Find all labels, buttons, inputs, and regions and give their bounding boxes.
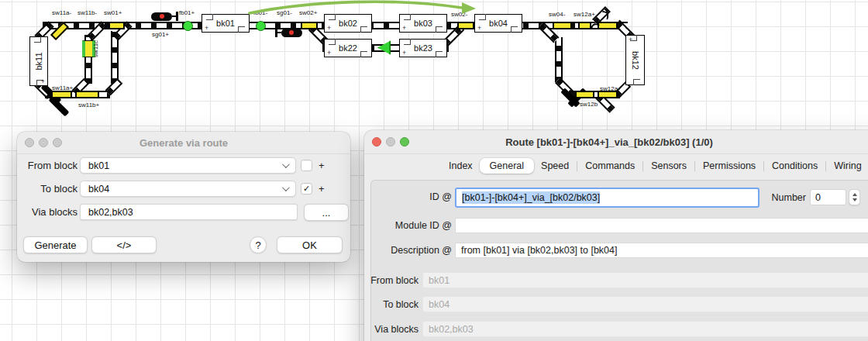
block-corner-notch [436, 51, 443, 57]
direction-arrow-left-icon [377, 40, 391, 55]
block-corner-notch [360, 51, 367, 57]
block-bk03[interactable]: bk03+ [399, 14, 447, 33]
description-value: from [bk01] via [bk02,bk03] to [bk04] [461, 245, 618, 256]
block-corner-notch [436, 26, 443, 33]
block-corner-notch [36, 80, 43, 86]
track-label-sg01+: sg01+ [152, 31, 169, 38]
help-button[interactable]: ? [250, 236, 267, 253]
from-block-label: From block [364, 275, 418, 286]
block-corner-notch [479, 14, 486, 20]
to-block-label: To block [17, 183, 78, 195]
block-bk12[interactable]: bk12+ [625, 35, 645, 85]
code-button[interactable]: </> [91, 236, 157, 253]
tab-index[interactable]: Index [442, 158, 480, 174]
to-block-label: To block [364, 299, 418, 310]
close-button[interactable] [25, 138, 34, 147]
from-block-combo[interactable]: bk01 [80, 157, 296, 174]
signal-body [281, 29, 302, 37]
from-block-plus-checkbox[interactable] [301, 160, 312, 171]
tab-general[interactable]: General [480, 158, 534, 174]
switch-track-segment[interactable] [598, 22, 618, 29]
minimize-button[interactable] [386, 137, 395, 146]
generate-dialog-titlebar[interactable]: Generate via route [17, 132, 350, 154]
number-input[interactable]: 0 [810, 189, 846, 205]
sensor-fb01-[interactable] [256, 21, 266, 31]
generate-via-route-dialog: Generate via route From block bk01 + To … [17, 132, 350, 262]
via-blocks-input[interactable]: bk02,bk03 [80, 204, 298, 220]
via-blocks-field: bk02,bk03 [422, 321, 868, 337]
block-bk22[interactable]: bk22+ [324, 39, 372, 57]
signal-sg01-[interactable] [275, 28, 302, 37]
id-input[interactable]: [bk01-]-[bk04+]_via_[bk02/bk03] [455, 188, 760, 208]
track-label-sw11c: sw11c [92, 40, 99, 57]
from-block-value: bk01 [85, 160, 282, 171]
from-block-value: bk01 [429, 275, 450, 286]
tab-permissions[interactable]: Permissions [696, 158, 763, 174]
description-input[interactable]: from [bk01] via [bk02,bk03] to [bk04] [455, 243, 868, 258]
dialog-title: Generate via route [17, 137, 350, 149]
minimize-button[interactable] [39, 138, 48, 147]
zoom-button[interactable] [400, 137, 409, 146]
block-bk02[interactable]: bk02+ [324, 14, 372, 33]
via-blocks-value: bk02,bk03 [85, 207, 292, 218]
tab-commands[interactable]: Commands [578, 158, 642, 174]
close-button[interactable] [372, 137, 381, 146]
description-label: Description @ [364, 245, 452, 256]
switch-track-segment[interactable] [457, 22, 474, 29]
track-label-sw01+: sw01+ [104, 9, 122, 16]
number-stepper[interactable] [849, 189, 860, 205]
tab-separator [577, 161, 577, 171]
tab-speed[interactable]: Speed [534, 158, 576, 174]
track-label-sw12a-: sw12a- [600, 85, 620, 92]
tab-sensors[interactable]: Sensors [644, 158, 694, 174]
block-corner-notch [329, 39, 336, 45]
switch-track-segment[interactable] [108, 22, 125, 29]
block-plus-mark: + [402, 26, 406, 30]
block-label: bk12 [631, 51, 640, 70]
track-label-sw11a-: sw11a- [52, 9, 71, 16]
stepper-up-icon[interactable] [852, 193, 857, 196]
tab-separator [694, 161, 695, 171]
tab-wiring[interactable]: Wiring [827, 158, 868, 174]
block-plus-mark: + [205, 26, 208, 30]
track-label-sw11a+: sw11a+ [52, 84, 73, 91]
block-bk04[interactable]: bk04+ [474, 14, 522, 33]
route-dialog-titlebar[interactable]: Route [bk01-]-[bk04+]_via_[bk02/bk03] (1… [364, 130, 868, 154]
zoom-button[interactable] [53, 138, 62, 147]
switch-track-segment[interactable] [301, 22, 318, 29]
block-bk11[interactable]: bk11+ [29, 36, 48, 86]
switch-indicator-hook [591, 22, 600, 31]
via-blocks-label: Via blocks [364, 324, 418, 335]
sensor-fb01+[interactable] [183, 21, 193, 31]
track-label-fb01-: fb01- [253, 9, 267, 16]
ok-button[interactable]: OK [277, 236, 343, 253]
signal-sg01+[interactable] [151, 12, 178, 21]
module-id-input[interactable] [455, 218, 868, 233]
stepper-down-icon[interactable] [852, 198, 857, 202]
block-bk01[interactable]: bk01+ [202, 14, 250, 33]
track-label-sw02+: sw02+ [299, 9, 317, 16]
switch-track-segment[interactable] [75, 91, 99, 98]
tab-conditions[interactable]: Conditions [765, 158, 825, 174]
track-segment [555, 37, 563, 82]
via-blocks-browse-button[interactable]: ... [304, 204, 349, 221]
generate-button[interactable]: Generate [23, 236, 88, 253]
track-label-sw11b+: sw11b+ [78, 102, 99, 108]
block-corner-notch [404, 39, 411, 45]
module-id-label: Module ID @ [364, 220, 452, 231]
block-label: bk02 [339, 19, 357, 28]
switch-track-segment[interactable] [578, 22, 591, 29]
switch-track-segment[interactable] [553, 22, 572, 29]
route-tabbar: IndexGeneralSpeedCommandsSensorsPermissi… [442, 158, 868, 174]
signal-red-aspect [289, 30, 294, 35]
to-block-combo[interactable]: bk04 [80, 181, 296, 197]
block-bk23[interactable]: bk23+ [399, 39, 447, 57]
chevron-down-icon [282, 160, 290, 168]
block-corner-notch [360, 26, 367, 33]
app-stage: bk01+bk02+bk03+bk04+bk22+bk23+bk11+bk12+… [0, 0, 868, 341]
switch-track-segment[interactable] [575, 91, 594, 98]
track-segment [105, 78, 123, 96]
switch-track-segment[interactable] [51, 91, 72, 98]
to-block-plus-checkbox[interactable]: ✓ [301, 183, 312, 195]
block-corner-notch [633, 79, 640, 85]
